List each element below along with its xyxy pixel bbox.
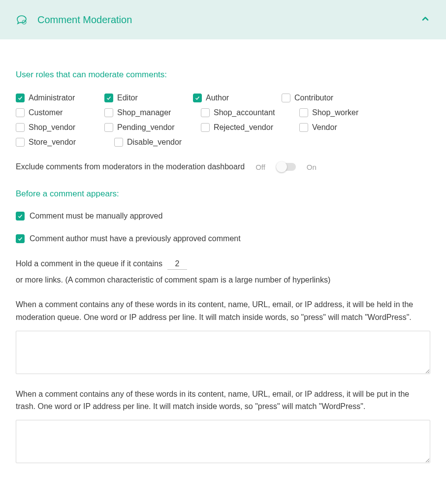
role-label: Vendor <box>312 123 337 132</box>
role-checkbox[interactable] <box>16 108 25 117</box>
role-label: Shop_manager <box>117 108 171 117</box>
roles-grid: AdministratorEditorAuthorContributorCust… <box>16 93 430 148</box>
header-left: Comment Moderation <box>16 14 132 26</box>
prev-approved-checkbox[interactable] <box>16 234 25 243</box>
role-item: Shop_worker <box>299 107 398 118</box>
links-prefix: Hold a comment in the queue if it contai… <box>16 257 162 270</box>
role-label: Shop_worker <box>312 108 358 117</box>
role-checkbox[interactable] <box>299 108 308 117</box>
panel-title: Comment Moderation <box>37 14 132 26</box>
exclude-moderators-row: Exclude comments from moderators in the … <box>16 162 430 171</box>
role-item: Vendor <box>299 122 388 133</box>
role-item: Editor <box>104 93 193 103</box>
role-label: Rejected_vendor <box>214 123 273 132</box>
role-checkbox[interactable] <box>104 94 113 102</box>
exclude-moderators-label: Exclude comments from moderators in the … <box>16 162 245 171</box>
role-checkbox[interactable] <box>16 138 25 147</box>
role-item: Administrator <box>16 93 104 103</box>
role-item: Author <box>193 93 282 103</box>
role-checkbox[interactable] <box>104 123 113 132</box>
role-label: Author <box>206 94 229 102</box>
manual-approve-row: Comment must be manually approved <box>16 212 430 220</box>
role-checkbox[interactable] <box>16 123 25 132</box>
role-checkbox[interactable] <box>282 94 290 102</box>
prev-approved-label: Comment author must have a previously ap… <box>30 234 241 243</box>
role-label: Customer <box>29 108 63 117</box>
comment-moderation-icon <box>16 14 28 26</box>
role-label: Contributor <box>294 94 333 102</box>
moderation-words-textarea[interactable] <box>16 331 430 374</box>
role-label: Shop_accountant <box>214 108 275 117</box>
role-label: Editor <box>117 94 138 102</box>
toggle-on-label: On <box>307 163 317 171</box>
role-label: Pending_vendor <box>117 123 175 132</box>
role-label: Shop_vendor <box>29 123 75 132</box>
role-item: Customer <box>16 107 104 118</box>
manual-approve-checkbox[interactable] <box>16 212 25 220</box>
role-item: Shop_accountant <box>201 107 299 118</box>
roles-heading: User roles that can moderate comments: <box>16 70 430 80</box>
exclude-moderators-toggle[interactable] <box>276 163 296 171</box>
role-item: Pending_vendor <box>104 122 201 133</box>
role-label: Store_vendor <box>29 138 76 147</box>
role-checkbox[interactable] <box>201 108 210 117</box>
links-count-input[interactable] <box>167 258 187 270</box>
before-heading: Before a comment appears: <box>16 189 430 199</box>
toggle-knob <box>276 161 287 172</box>
role-item: Disable_vendor <box>114 137 213 148</box>
prev-approved-row: Comment author must have a previously ap… <box>16 234 430 243</box>
links-threshold-row: Hold a comment in the queue if it contai… <box>16 257 430 286</box>
role-checkbox[interactable] <box>104 108 113 117</box>
links-suffix: or more links. (A common characteristic … <box>16 273 330 286</box>
blacklist-words-textarea[interactable] <box>16 420 430 463</box>
toggle-off-label: Off <box>255 163 265 171</box>
collapse-toggle[interactable] <box>420 14 430 26</box>
role-checkbox[interactable] <box>16 94 25 102</box>
role-checkbox[interactable] <box>201 123 210 132</box>
role-checkbox[interactable] <box>299 123 308 132</box>
panel-content: User roles that can moderate comments: A… <box>0 39 446 481</box>
role-item: Rejected_vendor <box>201 122 299 133</box>
panel-header: Comment Moderation <box>0 0 446 39</box>
role-item: Store_vendor <box>16 137 114 148</box>
blacklist-words-desc: When a comment contains any of these wor… <box>16 388 430 413</box>
role-item: Contributor <box>282 93 370 103</box>
moderation-words-desc: When a comment contains any of these wor… <box>16 298 430 323</box>
role-item: Shop_vendor <box>16 122 104 133</box>
role-label: Administrator <box>29 94 75 102</box>
role-label: Disable_vendor <box>127 138 182 147</box>
role-checkbox[interactable] <box>193 94 202 102</box>
manual-approve-label: Comment must be manually approved <box>30 212 162 220</box>
role-item: Shop_manager <box>104 107 201 118</box>
role-checkbox[interactable] <box>114 138 123 147</box>
